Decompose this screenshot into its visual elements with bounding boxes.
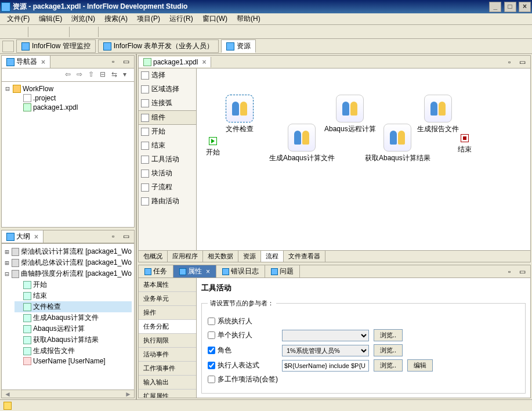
minimize-button[interactable]: _ <box>489 2 501 12</box>
palette-item[interactable]: 子流程 <box>139 181 196 194</box>
property-category[interactable]: 操作 <box>139 306 196 320</box>
role-select[interactable]: 1%系统管理人员% <box>282 345 369 356</box>
palette-item[interactable]: 选择 <box>139 68 196 82</box>
menu-item[interactable]: 浏览(N) <box>67 13 100 25</box>
run-button[interactable] <box>44 27 54 37</box>
palette-item[interactable]: 组件 <box>139 110 196 125</box>
perspective-button[interactable]: 资源 <box>221 39 256 53</box>
workflow-node[interactable]: 文件检查 <box>226 95 254 134</box>
new-button[interactable] <box>2 27 13 37</box>
perspective-button[interactable]: InforFlow 管理监控 <box>16 39 96 53</box>
multi-workitem-label[interactable]: 多工作项活动(会签) <box>208 374 278 384</box>
debug-button[interactable] <box>31 27 42 37</box>
tree-node[interactable]: .project <box>15 93 132 103</box>
workflow-canvas[interactable]: 文件检查生成Abaqus计算文件Abaqus远程计算获取Abaqus计算结果生成… <box>197 68 530 250</box>
palette-item[interactable]: 区域选择 <box>139 82 196 96</box>
outline-child[interactable]: Abaqus远程计算 <box>15 323 132 334</box>
single-executor-checkbox[interactable] <box>208 331 215 339</box>
outline-child[interactable]: 开始 <box>15 279 132 290</box>
browse-button[interactable]: 浏览.. <box>374 344 403 356</box>
property-category[interactable]: 任务分配 <box>139 320 196 334</box>
palette-item[interactable]: 开始 <box>139 125 196 139</box>
outline-child[interactable]: 生成Abaqus计算文件 <box>15 312 132 323</box>
editor-bottom-tab[interactable]: 文件查看器 <box>284 251 325 262</box>
role-label[interactable]: 角色 <box>208 345 277 355</box>
forward-button[interactable] <box>114 27 124 37</box>
close-icon[interactable]: × <box>41 58 45 66</box>
single-executor-select[interactable] <box>282 330 369 341</box>
expression-input[interactable] <box>282 360 369 372</box>
editor-tab[interactable]: package1.xpdl × <box>139 57 211 67</box>
workflow-node[interactable]: 生成报告文件 <box>417 95 459 134</box>
expand-icon[interactable]: ⊟ <box>4 85 11 93</box>
outline-node[interactable]: ⊞柴油机总体设计流程 [package1_Wo <box>4 257 132 268</box>
editor-bottom-tab[interactable]: 相关数据 <box>203 251 238 262</box>
palette-item[interactable]: 路由活动 <box>139 194 196 208</box>
close-icon[interactable]: × <box>34 233 38 241</box>
perspective-button[interactable]: InforFlow 表单开发（业务人员） <box>98 39 219 53</box>
tree-node[interactable]: package1.xpdl <box>15 103 132 112</box>
menu-item[interactable]: 搜索(A) <box>100 13 132 25</box>
maximize-editor-icon[interactable]: ▭ <box>519 57 528 67</box>
browse-button[interactable]: 浏览.. <box>374 359 403 372</box>
palette-item[interactable]: 块活动 <box>139 167 196 181</box>
end-node[interactable]: 结束 <box>458 134 472 154</box>
property-category[interactable]: 输入输出 <box>139 376 196 390</box>
outline-node[interactable]: ⊟曲轴静强度分析流程 [package1_Wo <box>4 268 132 279</box>
up-icon[interactable]: ⇧ <box>88 70 97 80</box>
sys-executor-label[interactable]: 系统执行人 <box>208 316 277 326</box>
palette-item[interactable]: 连接弧 <box>139 96 196 110</box>
save-button[interactable] <box>15 27 25 37</box>
menu-item[interactable]: 项目(P) <box>132 13 165 25</box>
outline-child[interactable]: UserName [UserName] <box>15 356 132 366</box>
forward-icon[interactable]: ⇨ <box>77 70 86 80</box>
collapse-icon[interactable]: ⊟ <box>100 70 109 80</box>
scrollbar[interactable] <box>2 390 134 398</box>
maximize-panel-icon[interactable]: ▭ <box>122 232 132 241</box>
deploy-button[interactable] <box>73 27 83 37</box>
menu-item[interactable]: 编辑(E) <box>34 13 67 25</box>
menu-item[interactable]: 帮助(H) <box>232 13 265 25</box>
start-node[interactable]: 开始 <box>206 137 220 157</box>
menu-item[interactable]: 文件(F) <box>2 13 34 25</box>
expression-label[interactable]: 执行人表达式 <box>208 360 277 370</box>
minimize-panel-icon[interactable]: ▫ <box>111 232 121 241</box>
menu-icon[interactable]: ▾ <box>123 70 132 80</box>
expand-icon[interactable]: ⊟ <box>4 270 10 278</box>
view-tab[interactable]: 问题 <box>265 265 300 277</box>
link-icon[interactable]: ⇆ <box>111 70 121 80</box>
edit-button[interactable]: 编辑 <box>407 359 433 372</box>
menu-item[interactable]: 运行(R) <box>165 13 198 25</box>
outline-tab[interactable]: 大纲 × <box>2 230 44 243</box>
browse-button[interactable]: 浏览.. <box>374 329 403 341</box>
menu-item[interactable]: 窗口(W) <box>198 13 232 25</box>
launch-button[interactable] <box>56 27 66 37</box>
role-checkbox[interactable] <box>208 347 215 354</box>
outline-child[interactable]: 生成报告文件 <box>15 345 132 356</box>
search-button[interactable] <box>85 27 95 37</box>
outline-child[interactable]: 获取Abaqus计算结果 <box>15 334 132 345</box>
multi-workitem-checkbox[interactable] <box>208 376 215 383</box>
close-button[interactable]: × <box>519 2 531 12</box>
minimize-panel-icon[interactable]: ▫ <box>111 57 121 66</box>
property-category[interactable]: 业务单元 <box>139 292 196 306</box>
expand-icon[interactable]: ⊞ <box>4 259 10 267</box>
palette-item[interactable]: 结束 <box>139 139 196 153</box>
close-icon[interactable]: × <box>202 58 206 66</box>
maximize-panel-icon[interactable]: ▭ <box>122 57 132 66</box>
single-executor-label[interactable]: 单个执行人 <box>208 330 277 340</box>
tree-root[interactable]: ⊟ WorkFlow <box>4 84 132 93</box>
property-category[interactable]: 扩展属性 <box>139 390 196 398</box>
close-icon[interactable]: × <box>206 268 210 276</box>
outline-child[interactable]: 结束 <box>15 290 132 301</box>
view-tab[interactable]: 属性× <box>173 265 216 277</box>
editor-bottom-tab[interactable]: 资源 <box>238 251 261 262</box>
minimize-view-icon[interactable]: ▫ <box>508 267 517 276</box>
property-category[interactable]: 执行期限 <box>139 334 196 348</box>
editor-bottom-tab[interactable]: 流程 <box>261 251 284 262</box>
back-icon[interactable]: ⇦ <box>65 70 74 80</box>
editor-bottom-tab[interactable]: 应用程序 <box>168 251 203 262</box>
outline-child[interactable]: 文件检查 <box>15 301 132 312</box>
expand-icon[interactable]: ⊞ <box>4 248 10 256</box>
outline-node[interactable]: ⊞柴油机设计计算流程 [package1_Wo <box>4 246 132 257</box>
